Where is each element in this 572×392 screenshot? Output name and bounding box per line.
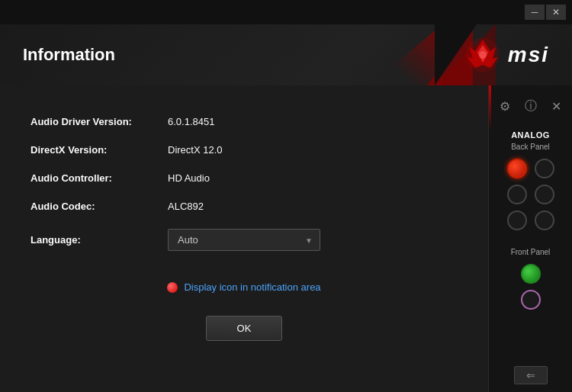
info-icon[interactable]: ⓘ [522,97,540,115]
audio-driver-row: Audio Driver Version: 6.0.1.8451 [31,116,458,127]
red-accent-decoration [351,24,442,85]
port-circle-dark-4[interactable] [507,210,527,230]
audio-controller-row: Audio Controller: HD Audio [31,172,458,184]
main-content: Audio Driver Version: 6.0.1.8451 DirectX… [0,85,488,392]
port-circle-pink[interactable] [521,290,541,310]
audio-driver-label: Audio Driver Version: [31,116,168,127]
analog-label: ANALOG [511,130,550,140]
header: Information msi [0,24,572,85]
svg-point-3 [479,51,487,59]
language-row: Language: Auto English Chinese German Fr… [31,229,458,251]
port-circle-dark-1[interactable] [535,159,554,178]
settings-icon[interactable]: ⚙ [496,97,514,115]
front-panel-row-2 [521,290,541,310]
sidebar-bottom: ⇐ [514,366,548,384]
main-window: ─ ✕ Information msi Audio Driver Ver [0,0,572,392]
directx-row: DirectX Version: DirectX 12.0 [31,144,458,156]
directx-label: DirectX Version: [31,144,168,156]
info-table: Audio Driver Version: 6.0.1.8451 DirectX… [31,116,458,274]
front-panel-row-1 [521,264,541,284]
port-circle-red[interactable] [507,159,527,178]
sidebar-close-icon[interactable]: ✕ [548,97,566,115]
sidebar-top-icons: ⚙ ⓘ ✕ [496,89,566,115]
ok-button-area: OK [31,316,458,341]
audio-codec-row: Audio Codec: ALC892 [31,201,458,212]
msi-brand-text: msi [508,43,549,67]
notification-dot-icon [167,282,178,293]
title-bar: ─ ✕ [0,0,572,24]
port-circle-dark-3[interactable] [535,185,554,204]
audio-driver-value: 6.0.1.8451 [168,116,214,127]
page-title: Information [23,45,115,65]
language-label: Language: [31,234,168,246]
collapse-button[interactable]: ⇐ [514,366,548,384]
directx-value: DirectX 12.0 [168,144,223,156]
audio-codec-label: Audio Codec: [31,201,168,212]
minimize-button[interactable]: ─ [525,5,545,20]
back-panel-row-1 [507,159,554,178]
notification-area: Display icon in notification area [31,281,458,293]
front-panel-label: Front Panel [511,248,551,256]
port-circle-dark-5[interactable] [535,210,554,230]
back-panel-label: Back Panel [511,143,550,151]
back-panel-row-2 [507,185,554,204]
front-panel-group: Front Panel [489,248,572,316]
port-circle-green[interactable] [521,264,541,284]
msi-dragon-icon [464,36,502,74]
port-circle-dark-2[interactable] [507,185,527,204]
right-sidebar: ⚙ ⓘ ✕ ANALOG Back Panel [488,85,572,392]
title-bar-controls: ─ ✕ [525,5,566,20]
audio-controller-label: Audio Controller: [31,172,168,184]
ok-button[interactable]: OK [206,316,283,341]
msi-logo: msi [464,36,549,74]
audio-controller-value: HD Audio [168,172,210,184]
content-area: Audio Driver Version: 6.0.1.8451 DirectX… [0,85,572,392]
audio-codec-value: ALC892 [168,201,204,212]
language-select[interactable]: Auto English Chinese German French Japan… [168,229,320,251]
notification-link[interactable]: Display icon in notification area [184,281,320,293]
analog-back-panel-group: ANALOG Back Panel [489,130,572,236]
back-panel-row-3 [507,210,554,230]
close-button[interactable]: ✕ [546,5,566,20]
language-select-wrapper: Auto English Chinese German French Japan… [168,229,320,251]
